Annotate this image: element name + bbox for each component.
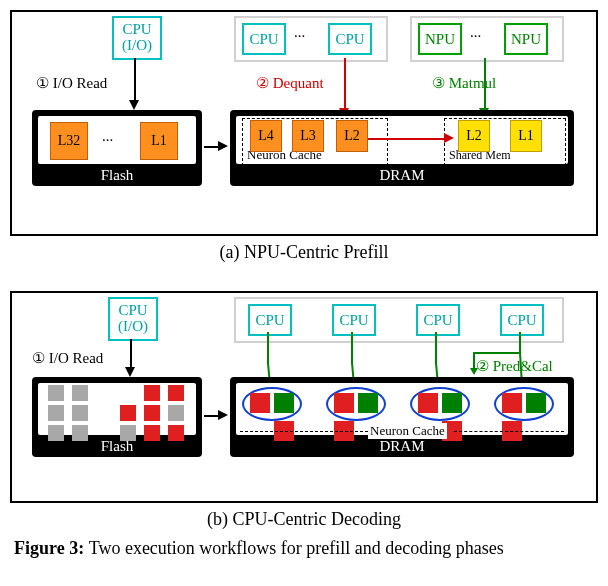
- figure-rest: Two execution workflows for prefill and …: [89, 538, 504, 558]
- flash-dots: ···: [102, 132, 113, 149]
- dram-label: DRAM: [230, 167, 574, 184]
- cpu-io-box: CPU (I/O): [112, 16, 162, 60]
- step2-label: ② Dequant: [256, 74, 324, 92]
- dsq: [334, 393, 354, 413]
- nc-dash-right: [454, 431, 564, 432]
- fsq: [72, 405, 88, 421]
- figure-prefix: Figure 3:: [14, 538, 89, 558]
- fsq: [48, 425, 64, 441]
- caption-b: (b) CPU-Centric Decoding: [10, 509, 598, 530]
- figure-caption: Figure 3: Two execution workflows for pr…: [10, 538, 598, 559]
- fsq: [144, 405, 160, 421]
- cpu-io-line1: CPU: [122, 22, 151, 38]
- dsq: [442, 393, 462, 413]
- cpu-box-1: CPU: [242, 23, 286, 55]
- cpu-io-line2: (I/O): [122, 38, 152, 54]
- arrow-nc2sm-head: [444, 133, 454, 143]
- cpu-box-2: CPU: [328, 23, 372, 55]
- arrow-io-line: [134, 58, 136, 102]
- fsq: [168, 425, 184, 441]
- flash-label: Flash: [32, 167, 202, 184]
- sm-l2: L2: [458, 120, 490, 152]
- fsq: [48, 385, 64, 401]
- arrow-dequant-line: [344, 58, 346, 110]
- flash-layer-l1: L1: [140, 122, 178, 160]
- caption-a: (a) NPU-Centric Prefill: [10, 242, 598, 263]
- dsq: [274, 393, 294, 413]
- arrow-matmul-line: [484, 58, 486, 110]
- npu-box-1: NPU: [418, 23, 462, 55]
- dsq: [502, 393, 522, 413]
- svg-marker-4: [470, 368, 478, 375]
- fsq: [120, 425, 136, 441]
- dsq: [358, 393, 378, 413]
- npu-box-2: NPU: [504, 23, 548, 55]
- panel-a-prefill: CPU (I/O) CPU ··· CPU NPU ··· NPU ① I/O …: [10, 10, 598, 263]
- fsq: [144, 385, 160, 401]
- npu-dots: ···: [470, 28, 481, 45]
- diagram-a: CPU (I/O) CPU ··· CPU NPU ··· NPU ① I/O …: [10, 10, 598, 236]
- fsq: [144, 425, 160, 441]
- panel-b-decoding: CPU (I/O) CPU CPU CPU CPU ① I/O Read ② P…: [10, 291, 598, 530]
- nc-dash-left: [240, 431, 368, 432]
- fsq: [72, 425, 88, 441]
- arrow-f2d-b-head: [218, 410, 228, 420]
- dsq: [418, 393, 438, 413]
- dsq: [250, 393, 270, 413]
- cpu-dots: ···: [294, 28, 305, 45]
- step3-label: ③ Matmul: [432, 74, 496, 92]
- fsq: [72, 385, 88, 401]
- arrow-f2d-head: [218, 141, 228, 151]
- arrow-nc2sm-line: [368, 138, 446, 140]
- nc-l2: L2: [336, 120, 368, 152]
- neuron-cache-label-b: Neuron Cache: [368, 423, 447, 439]
- diagram-b: CPU (I/O) CPU CPU CPU CPU ① I/O Read ② P…: [10, 291, 598, 503]
- nc-l4: L4: [250, 120, 282, 152]
- fsq: [120, 405, 136, 421]
- nc-l3: L3: [292, 120, 324, 152]
- fsq: [48, 405, 64, 421]
- sm-l1: L1: [510, 120, 542, 152]
- flash-layer-l32: L32: [50, 122, 88, 160]
- fsq: [168, 405, 184, 421]
- fsq: [168, 385, 184, 401]
- arrow-io-head: [129, 100, 139, 110]
- dsq: [526, 393, 546, 413]
- step1-label: ① I/O Read: [36, 74, 107, 92]
